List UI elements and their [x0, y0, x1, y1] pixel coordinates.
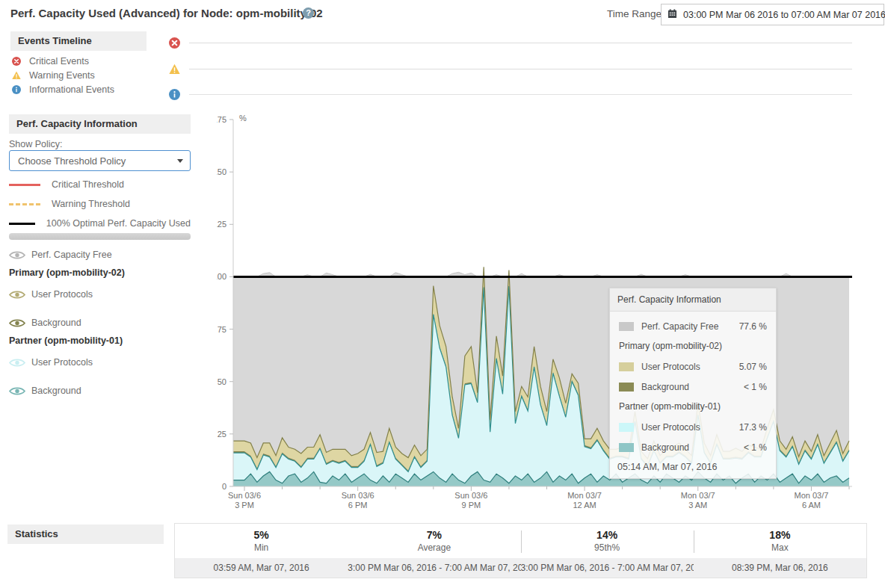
- eye-icon: [9, 318, 25, 328]
- tooltip-series-row: Background< 1 %: [619, 437, 767, 457]
- threshold-legend-item: 100% Optimal Perf. Capacity Used: [9, 218, 191, 229]
- chart-tooltip: Perf. Capacity Information Perf. Capacit…: [609, 288, 777, 479]
- tooltip-series-row: Perf. Capacity Free77.6 %: [619, 316, 767, 336]
- time-range-value: 03:00 PM Mar 06 2016 to 07:00 AM Mar 07 …: [683, 10, 885, 20]
- svg-text:75: 75: [218, 325, 226, 334]
- svg-text:Mon 03/76 AM: Mon 03/76 AM: [795, 491, 829, 510]
- series-toggle-user-protocols[interactable]: User Protocols: [9, 355, 191, 370]
- series-toggle-label: Background: [31, 386, 81, 396]
- series-group-header: Primary (opm-mobility-02): [9, 267, 191, 281]
- svg-text:125: 125: [217, 220, 226, 229]
- stat-label: Average: [348, 542, 520, 553]
- capacity-info-header: Perf. Capacity Information: [9, 114, 191, 134]
- eye-icon: [9, 386, 25, 396]
- series-color-swatch: [619, 383, 634, 392]
- stat-95th: 14%95th%: [521, 524, 694, 558]
- tooltip-series-value: < 1 %: [744, 382, 767, 392]
- tooltip-header: Perf. Capacity Information: [610, 288, 776, 312]
- stat-average: 7%Average: [348, 524, 520, 558]
- events-legend-item: Critical Events: [12, 54, 114, 68]
- svg-text:50: 50: [218, 377, 226, 386]
- stat-label: Max: [694, 542, 866, 553]
- statistics-details-row: 03:59 AM, Mar 07, 20163:00 PM Mar 06, 20…: [175, 558, 866, 578]
- events-legend: Critical EventsWarning EventsInformation…: [12, 54, 114, 96]
- tooltip-series-row: Background< 1 %: [619, 377, 767, 397]
- series-color-swatch: [619, 423, 634, 432]
- tooltip-series-value: < 1 %: [744, 442, 767, 453]
- tooltip-series-label: User Protocols: [641, 362, 739, 372]
- svg-text:150: 150: [217, 167, 226, 176]
- time-range-picker[interactable]: 03:00 PM Mar 06 2016 to 07:00 AM Mar 07 …: [661, 4, 884, 25]
- tooltip-series-row: User Protocols17.3 %: [619, 417, 767, 437]
- calendar-icon: [667, 8, 677, 22]
- threshold-line-swatch: [9, 203, 40, 205]
- events-legend-label: Critical Events: [29, 56, 89, 66]
- stat-detail: 08:39 PM, Mar 06, 2016: [694, 558, 866, 578]
- page-title: Perf. Capacity Used (Advanced) for Node:…: [10, 7, 323, 19]
- threshold-legend-item: Warning Threshold: [9, 199, 191, 209]
- events-timeline-header: Events Timeline: [10, 31, 147, 51]
- series-toggle-perf-capacity-free[interactable]: Perf. Capacity Free: [9, 247, 191, 262]
- info-icon: [12, 85, 21, 94]
- threshold-line-swatch: [9, 184, 40, 186]
- events-legend-label: Warning Events: [29, 70, 95, 81]
- panel-scrollbar[interactable]: [9, 233, 191, 240]
- series-toggles: Perf. Capacity FreePrimary (opm-mobility…: [9, 247, 191, 403]
- tooltip-rows: Perf. Capacity Free77.6 %Primary (opm-mo…: [610, 312, 776, 459]
- stat-value: 14%: [521, 529, 694, 541]
- time-range-label: Time Range: [607, 8, 662, 19]
- eye-icon: [9, 358, 25, 368]
- events-legend-label: Informational Events: [29, 84, 114, 95]
- series-toggle-label: User Protocols: [31, 357, 93, 368]
- warning-events-track: [189, 69, 852, 69]
- tooltip-series-value: 5.07 %: [739, 362, 767, 372]
- threshold-policy-select[interactable]: Choose Threshold Policy: [9, 150, 191, 171]
- series-toggle-user-protocols[interactable]: User Protocols: [9, 287, 191, 302]
- series-toggle-background[interactable]: Background: [9, 383, 191, 398]
- threshold-legend-item: Critical Threshold: [9, 179, 191, 190]
- series-group-header: Partner (opm-mobility-01): [9, 335, 191, 349]
- stat-max: 18%Max: [694, 524, 866, 558]
- series-toggle-background[interactable]: Background: [9, 315, 191, 330]
- svg-text:100: 100: [217, 272, 226, 281]
- series-color-swatch: [619, 443, 634, 452]
- statistics-header: Statistics: [7, 524, 164, 544]
- tooltip-series-row: User Protocols5.07 %: [619, 356, 767, 377]
- stat-detail: 03:59 AM, Mar 07, 2016: [175, 558, 348, 578]
- threshold-line-swatch: [9, 223, 35, 225]
- series-toggle-label: Background: [31, 318, 81, 328]
- stat-label: Min: [175, 542, 348, 553]
- series-toggle-label: User Protocols: [31, 289, 93, 300]
- series-color-swatch: [619, 362, 634, 371]
- eye-icon: [9, 250, 25, 260]
- chevron-down-icon: [177, 159, 183, 163]
- show-policy-label: Show Policy:: [9, 139, 63, 149]
- warning-track-icon: [169, 64, 180, 75]
- stat-value: 5%: [175, 529, 348, 541]
- svg-text:Sun 03/69 PM: Sun 03/69 PM: [454, 491, 487, 510]
- stat-min: 5%Min: [175, 524, 348, 558]
- eye-icon: [9, 290, 25, 300]
- series-toggle-label: Perf. Capacity Free: [31, 250, 112, 260]
- help-icon[interactable]: ?: [303, 7, 314, 19]
- stat-detail: 3:00 PM Mar 06, 2016 - 7:00 AM Mar 07, 2…: [348, 558, 520, 578]
- svg-text:Mon 03/73 AM: Mon 03/73 AM: [681, 491, 715, 510]
- threshold-label: Critical Threshold: [52, 179, 124, 190]
- stat-label: 95th%: [521, 542, 694, 553]
- svg-text:175: 175: [217, 115, 226, 124]
- tooltip-series-label: Background: [641, 382, 744, 392]
- svg-text:%: %: [239, 114, 247, 123]
- tooltip-group-label: Partner (opm-mobility-01): [619, 397, 767, 417]
- tooltip-group-label: Primary (opm-mobility-02): [619, 336, 767, 356]
- tooltip-timestamp: 05:14 AM, Mar 07, 2016: [610, 459, 776, 478]
- tooltip-series-value: 17.3 %: [739, 422, 767, 433]
- tooltip-series-label: Perf. Capacity Free: [641, 321, 739, 332]
- info-track-icon: [169, 89, 180, 100]
- tooltip-series-label: Background: [641, 442, 744, 453]
- critical-track-icon: [169, 37, 180, 49]
- threshold-legend: Critical ThresholdWarning Threshold100% …: [9, 179, 191, 238]
- svg-text:Mon 03/712 AM: Mon 03/712 AM: [567, 491, 602, 510]
- tooltip-series-value: 77.6 %: [739, 321, 767, 332]
- critical-icon: [12, 57, 21, 66]
- threshold-label: Warning Threshold: [52, 199, 130, 209]
